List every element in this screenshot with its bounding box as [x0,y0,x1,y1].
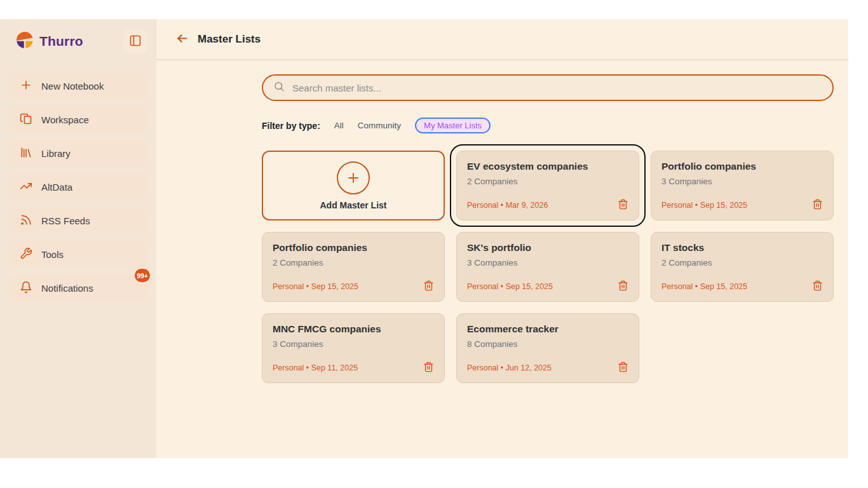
add-master-list-label: Add Master List [320,200,386,210]
sidebar-item-label: Workspace [41,114,89,125]
filter-option-all[interactable]: All [334,121,344,130]
card-title: SK's portfolio [467,242,628,254]
master-lists-grid: Add Master List EV ecosystem companies 2… [262,151,834,383]
trash-icon [812,280,823,293]
trash-icon [812,199,823,212]
card-companies-count: 3 Companies [467,258,628,268]
page-header: Master Lists [156,19,848,60]
panel-left-icon [129,34,142,49]
bell-icon [20,281,32,295]
search-bar [262,74,834,101]
sidebar-item-workspace[interactable]: Workspace [9,106,147,133]
filter-option-community[interactable]: Community [358,121,401,130]
card-title: IT stocks [661,242,823,254]
card-meta: Personal • Mar 9, 2026 [467,201,548,210]
main-area: Master Lists Filter by type: All Communi… [156,19,848,458]
card-meta: Personal • Sep 15, 2025 [467,282,553,291]
sidebar-item-rss-feeds[interactable]: RSS Feeds [9,207,147,234]
delete-list-button[interactable] [618,199,628,212]
master-list-card-ev-ecosystem-companies[interactable]: EV ecosystem companies 2 Companies Perso… [456,151,639,220]
master-list-card-mnc-fmcg-companies[interactable]: MNC FMCG companies 3 Companies Personal … [262,313,445,383]
trash-icon [618,199,628,212]
master-list-card-portfolio-companies-2[interactable]: Portfolio companies 2 Companies Personal… [262,232,445,302]
card-meta: Personal • Sep 15, 2025 [661,201,747,210]
card-title: MNC FMCG companies [273,323,434,335]
plus-icon [20,79,32,93]
trending-up-icon [20,180,32,194]
filter-option-my-master-lists[interactable]: My Master Lists [415,118,491,133]
card-title: Portfolio companies [273,242,434,254]
wrench-icon [20,247,32,262]
card-companies-count: 2 Companies [467,177,628,186]
sidebar-item-label: Notifications [41,283,93,294]
sidebar-item-library[interactable]: Library [9,140,147,166]
sidebar-item-label: Library [41,148,71,159]
card-title: Portfolio companies [661,161,823,172]
card-companies-count: 2 Companies [273,258,434,268]
sidebar-item-label: AltData [41,182,72,193]
card-title: EV ecosystem companies [467,161,628,172]
sidebar-item-tools[interactable]: Tools [9,241,147,268]
sidebar-item-label: Tools [41,249,64,260]
trash-icon [618,280,628,293]
thurro-logo-text: Thurro [39,34,83,49]
card-meta: Personal • Jun 12, 2025 [467,363,552,372]
rss-icon [20,214,32,228]
page-title: Master Lists [198,33,261,46]
sidebar-item-notifications[interactable]: Notifications 99+ [9,274,147,301]
delete-list-button[interactable] [618,362,628,374]
back-button[interactable] [175,32,189,47]
card-companies-count: 3 Companies [661,177,823,186]
library-icon [20,146,32,161]
delete-list-button[interactable] [423,362,434,374]
delete-list-button[interactable] [812,199,823,212]
sidebar-logo-row: Thurro [0,19,156,53]
delete-list-button[interactable] [812,280,823,293]
thurro-logo[interactable]: Thurro [15,30,83,52]
card-companies-count: 3 Companies [273,339,434,349]
card-title: Ecommerce tracker [467,323,628,335]
master-list-card-sks-portfolio[interactable]: SK's portfolio 3 Companies Personal • Se… [456,232,639,302]
filter-label: Filter by type: [262,121,320,131]
search-icon [273,81,285,95]
sidebar-toggle-button[interactable] [123,29,147,53]
sidebar-item-new-notebook[interactable]: New Notebook [9,72,147,99]
card-companies-count: 8 Companies [467,339,628,349]
add-master-list-button[interactable]: Add Master List [262,151,445,220]
notifications-badge: 99+ [135,269,150,282]
sidebar-item-label: RSS Feeds [41,215,90,226]
sidebar-item-altdata[interactable]: AltData [9,173,147,200]
search-input[interactable] [292,83,822,93]
sidebar: Thurro New Notebook [0,19,156,458]
sidebar-item-label: New Notebook [41,81,104,92]
app-window: Thurro New Notebook [0,19,848,458]
trash-icon [618,362,628,374]
trash-icon [423,362,434,374]
page-content: Filter by type: All Community My Master … [156,60,848,383]
master-list-card-it-stocks[interactable]: IT stocks 2 Companies Personal • Sep 15,… [651,232,834,302]
master-list-card-ecommerce-tracker[interactable]: Ecommerce tracker 8 Companies Personal •… [456,313,639,383]
card-meta: Personal • Sep 15, 2025 [273,282,358,291]
card-companies-count: 2 Companies [661,258,823,268]
master-list-card-portfolio-companies-1[interactable]: Portfolio companies 3 Companies Personal… [651,151,834,220]
trash-icon [423,280,434,293]
sidebar-nav: New Notebook Workspace Library AltData [0,72,156,301]
plus-circle-icon [337,161,370,194]
workspace-icon [20,112,32,127]
delete-list-button[interactable] [618,280,628,293]
card-meta: Personal • Sep 15, 2025 [661,282,747,291]
thurro-logo-icon [15,30,34,52]
arrow-left-icon [175,32,189,47]
card-meta: Personal • Sep 11, 2025 [273,363,358,372]
delete-list-button[interactable] [423,280,434,293]
filter-row: Filter by type: All Community My Master … [262,118,834,133]
